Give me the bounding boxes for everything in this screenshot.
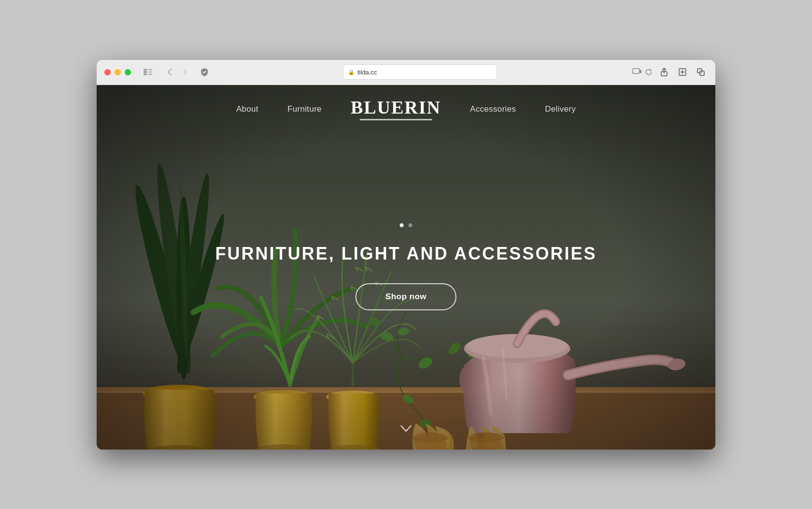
svg-rect-2 [148, 72, 152, 73]
new-tab-button[interactable] [676, 65, 689, 79]
url-text: tilda.cc [358, 69, 377, 76]
site-logo[interactable]: BLUERIN [350, 98, 441, 120]
windows-button[interactable] [694, 65, 708, 79]
nav-furniture[interactable]: Furniture [288, 104, 322, 114]
slider-dots [400, 223, 412, 227]
close-button[interactable] [104, 69, 111, 75]
svg-rect-1 [148, 69, 152, 70]
svg-rect-3 [148, 74, 152, 75]
shop-now-button[interactable]: Shop now [355, 283, 456, 310]
maximize-button[interactable] [125, 69, 131, 75]
nav-about[interactable]: About [236, 104, 259, 114]
lock-icon: 🔒 [348, 69, 355, 75]
browser-window: 🔒 tilda.cc [97, 60, 715, 450]
forward-button[interactable] [178, 65, 192, 79]
slider-dot-2[interactable] [408, 223, 412, 227]
website-content: About Furniture BLUERIN Accessories Deli… [97, 85, 715, 450]
svg-rect-8 [700, 71, 704, 75]
nav-delivery[interactable]: Delivery [545, 104, 576, 114]
svg-rect-0 [144, 69, 147, 75]
browser-nav-buttons [163, 65, 192, 79]
hero-content: FURNITURE, LIGHT AND ACCESSORIES Shop no… [215, 244, 596, 310]
address-bar[interactable]: 🔒 tilda.cc [217, 64, 623, 80]
scroll-indicator[interactable] [400, 424, 412, 435]
browser-toolbar-right [632, 65, 708, 79]
back-button[interactable] [163, 65, 176, 79]
browser-traffic-lights [104, 69, 131, 75]
minimize-button[interactable] [115, 69, 121, 75]
svg-rect-4 [633, 69, 639, 73]
slider-dot-1[interactable] [400, 223, 404, 227]
hero-headline: FURNITURE, LIGHT AND ACCESSORIES [215, 244, 596, 264]
sidebar-toggle-button[interactable] [141, 67, 155, 77]
browser-titlebar: 🔒 tilda.cc [97, 60, 715, 85]
nav-accessories[interactable]: Accessories [470, 104, 516, 114]
media-icons [632, 68, 652, 76]
site-nav: About Furniture BLUERIN Accessories Deli… [97, 85, 715, 133]
share-button[interactable] [657, 65, 671, 79]
